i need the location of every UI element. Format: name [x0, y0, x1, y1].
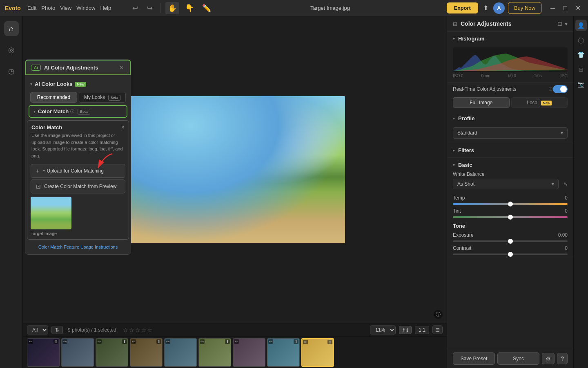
menu-photo[interactable]: Photo	[41, 5, 55, 11]
sidebar-item-home[interactable]: ⌂	[4, 21, 19, 36]
brush-button[interactable]: ✏️	[200, 2, 214, 14]
wb-dropdown[interactable]: As Shot ▾	[453, 179, 559, 189]
share-button[interactable]: ⬆	[481, 2, 490, 13]
menu-window[interactable]: Window	[76, 5, 95, 11]
app-logo: Evoto	[5, 5, 21, 11]
thumbnail-5[interactable]: ✏	[164, 338, 197, 367]
bottom-buttons: Save Preset Sync ⚙ ?	[447, 349, 573, 368]
wb-label: White Balance	[453, 171, 568, 177]
color-match-popup-close-button[interactable]: ×	[121, 124, 125, 130]
wb-dropdown-arrow: ▾	[552, 181, 554, 187]
menu-edit[interactable]: Edit	[27, 5, 36, 11]
temp-slider[interactable]	[453, 203, 568, 205]
sidebar-item-adjust[interactable]: ◎	[4, 43, 19, 57]
star-5[interactable]: ☆	[147, 327, 153, 333]
right-sidebar-camera-icon[interactable]: 📷	[575, 79, 587, 90]
color-match-popup: Color Match × Use the image previewed in…	[27, 120, 129, 240]
minimize-button[interactable]: ─	[548, 3, 557, 13]
filters-section-header[interactable]: ▸ Filters	[447, 143, 573, 157]
realtime-toggle-row: Real-Time Color Adjustments ⓘ	[447, 83, 573, 96]
exposure-slider-thumb	[508, 239, 513, 244]
wb-edit-button[interactable]: ✎	[564, 182, 568, 187]
export-button[interactable]: Export	[447, 2, 478, 13]
menu-view[interactable]: View	[60, 5, 71, 11]
ai-color-looks-section[interactable]: ▾ AI Color Looks New	[25, 79, 131, 90]
thumbnail-3[interactable]: ✏ ⬆	[96, 338, 128, 367]
star-4[interactable]: ☆	[141, 327, 147, 333]
contrast-slider[interactable]	[453, 254, 568, 255]
toolbar-divider	[160, 3, 160, 13]
histogram-iso: ISO 0	[453, 74, 463, 78]
ai-badge: Ai	[31, 65, 41, 71]
white-balance-row: White Balance As Shot ▾ ✎	[447, 170, 573, 193]
right-sidebar-grid-icon[interactable]: ⊞	[575, 64, 587, 75]
profile-dropdown[interactable]: Standard ▾	[453, 127, 568, 139]
color-match-header[interactable]: ▾ Color Match ⓘ Beta	[29, 106, 127, 117]
maximize-button[interactable]: □	[561, 3, 570, 13]
thumbnail-7[interactable]: ✏	[233, 338, 265, 367]
thumbnail-4[interactable]: ✏ ⬆	[130, 338, 163, 367]
zoom-1to1-button[interactable]: 1:1	[415, 326, 429, 334]
local-button[interactable]: Local New	[511, 97, 568, 108]
color-match-title: Color Match	[38, 108, 69, 114]
filters-section: ▸ Filters	[447, 143, 573, 158]
profile-section-header[interactable]: ▾ Profile	[447, 111, 573, 126]
my-looks-beta-badge: Beta	[108, 95, 121, 101]
close-button[interactable]: ✕	[573, 3, 583, 13]
right-sidebar-shirt-icon[interactable]: 👕	[575, 49, 587, 61]
tab-my-looks[interactable]: My Looks Beta	[79, 92, 126, 103]
panel-settings-button[interactable]: ⚙	[542, 353, 555, 364]
create-color-match-button[interactable]: ⊡ Create Color Match from Preview	[31, 180, 125, 193]
right-sidebar-person-icon[interactable]: 👤	[575, 20, 587, 31]
star-3[interactable]: ☆	[135, 327, 140, 333]
canvas-info-button[interactable]: ⓘ	[434, 310, 443, 319]
sort-button[interactable]: ⇅	[51, 326, 63, 334]
full-image-button[interactable]: Full Image	[453, 97, 510, 108]
exposure-slider-header: Exposure 0.00	[453, 232, 568, 238]
save-preset-button[interactable]: Save Preset	[453, 352, 495, 365]
redo-button[interactable]: ↩	[144, 2, 155, 14]
thumbnail-1[interactable]: ✏ ⬆	[27, 338, 60, 367]
wb-value: As Shot	[457, 181, 552, 187]
thumbnail-9[interactable]: ✏ ⬆	[301, 338, 334, 367]
titlebar-right: Export ⬆ A Buy Now ─ □ ✕	[447, 2, 583, 14]
panel-chevron-button[interactable]: ▾	[565, 20, 568, 27]
thumb-icon-4: ✏	[131, 339, 136, 344]
menu-help[interactable]: Help	[100, 5, 111, 11]
ai-panel-title: AI Color Adjustments	[44, 65, 118, 71]
right-sidebar-circle-icon[interactable]: ◯	[575, 34, 587, 46]
basic-section-header[interactable]: ▾ Basic	[447, 158, 573, 170]
thumbnail-6[interactable]: ✏ ⬆	[198, 338, 231, 367]
temp-value: 0	[565, 195, 568, 201]
color-match-usage-link[interactable]: Color Match Feature Usage Instructions	[25, 242, 131, 251]
exposure-slider[interactable]	[453, 240, 568, 242]
zoom-select[interactable]: 11%	[370, 325, 396, 334]
tab-recommended[interactable]: Recommended	[30, 92, 77, 103]
hand-tool-button[interactable]: ✋	[165, 2, 179, 14]
histogram-section-header[interactable]: ▾ Histogram	[447, 31, 573, 46]
zoom-fit-button[interactable]: Fit	[399, 326, 412, 334]
tone-title: Tone	[453, 223, 568, 229]
star-2[interactable]: ☆	[129, 327, 134, 333]
panel-grid-button[interactable]: ⊟	[557, 20, 562, 27]
filmstrip-layout-button[interactable]: ⊟	[432, 325, 443, 334]
eraser-button[interactable]: 👇	[183, 2, 196, 14]
local-new-badge: New	[541, 101, 552, 105]
panel-help-button[interactable]: ?	[557, 353, 568, 364]
thumbnail-8[interactable]: ✏ ⬆	[267, 338, 300, 367]
thumbnail-2[interactable]: ✏	[61, 338, 94, 367]
undo-button[interactable]: ↩	[130, 2, 141, 14]
profile-title: Profile	[458, 115, 568, 121]
upload-color-matching-button[interactable]: + + Upload for Color Matching	[31, 164, 125, 178]
new-badge: New	[75, 82, 86, 87]
star-1[interactable]: ☆	[123, 327, 128, 333]
tint-slider[interactable]	[453, 216, 568, 218]
filter-select[interactable]: All	[27, 325, 48, 334]
sidebar-item-history[interactable]: ◷	[4, 64, 19, 79]
realtime-toggle[interactable]	[553, 85, 568, 93]
thumb-icon-5: ✏	[165, 339, 170, 344]
buy-now-button[interactable]: Buy Now	[508, 2, 541, 14]
histogram-container: ISO 0 0mm f/0.0 1/0s JPG	[447, 46, 573, 82]
sync-button[interactable]: Sync	[497, 352, 539, 365]
ai-panel-close-button[interactable]: ×	[118, 64, 125, 71]
